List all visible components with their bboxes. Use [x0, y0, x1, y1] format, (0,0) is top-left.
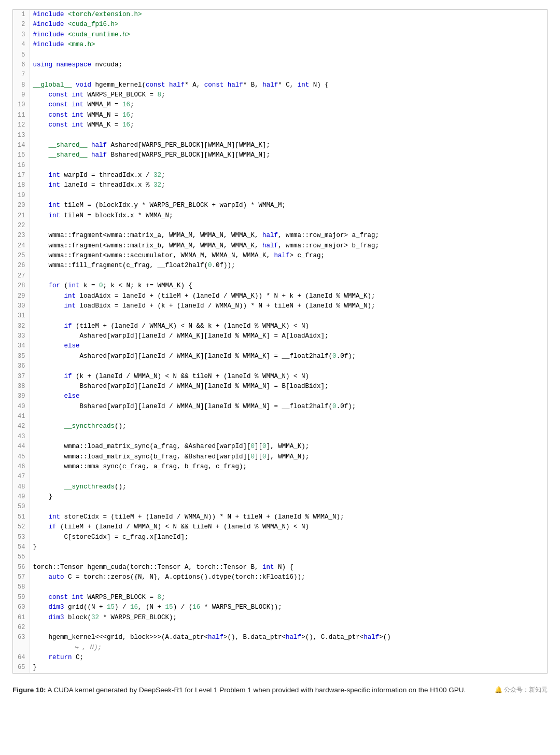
table-row: 35 Ashared[warpId][laneId / WMMA_K][lane… — [13, 352, 547, 361]
line-number: 46 — [13, 462, 30, 472]
table-row: 54} — [13, 542, 547, 552]
line-number: 24 — [13, 241, 30, 251]
line-code: __shared__ half Bshared[WARPS_PER_BLOCK]… — [30, 150, 547, 160]
table-row: 19 — [13, 191, 547, 201]
line-code: int tileN = blockIdx.x * WMMA_N; — [30, 211, 547, 221]
line-code — [30, 70, 547, 80]
line-number: 26 — [13, 261, 30, 271]
table-row: 36 — [13, 361, 547, 371]
table-row: 58 — [13, 582, 547, 592]
line-number: 59 — [13, 593, 30, 603]
caption-text: A CUDA kernel generated by DeepSeek-R1 f… — [48, 686, 466, 694]
line-number: 63 — [13, 633, 30, 642]
line-number: 7 — [13, 70, 30, 80]
line-number: 36 — [13, 361, 30, 371]
table-row: 17 int warpId = threadIdx.x / 32; — [13, 171, 547, 180]
table-row: 25 wmma::fragment<wmma::accumulator, WMM… — [13, 251, 547, 261]
line-number: 1 — [13, 10, 30, 20]
line-number: 43 — [13, 432, 30, 442]
table-row: 64 return C; — [13, 653, 547, 663]
line-number: 18 — [13, 180, 30, 190]
line-number: 49 — [13, 492, 30, 502]
line-code — [30, 131, 547, 141]
table-row: 41 — [13, 412, 547, 422]
table-row: 49 } — [13, 492, 547, 502]
table-row: 62 — [13, 623, 547, 633]
line-number: 3 — [13, 30, 30, 40]
line-code — [30, 623, 547, 633]
line-number: 64 — [13, 653, 30, 663]
line-code: Bshared[warpId][laneId / WMMA_N][laneId … — [30, 402, 547, 412]
line-code: wmma::load_matrix_sync(b_frag, &Bshared[… — [30, 452, 547, 462]
line-number: 56 — [13, 563, 30, 572]
table-row: 3#include <cuda_runtime.h> — [13, 30, 547, 40]
line-code: dim3 grid((N + 15) / 16, (N + 15) / (16 … — [30, 603, 547, 612]
line-code — [30, 50, 547, 60]
line-code: Bshared[warpId][laneId / WMMA_N][laneId … — [30, 382, 547, 392]
line-number — [13, 643, 30, 653]
line-code: int loadBidx = laneId + (k + (laneId / W… — [30, 301, 547, 311]
line-code — [30, 311, 547, 321]
line-code: #include <cuda_fp16.h> — [30, 20, 547, 30]
line-code — [30, 412, 547, 422]
line-number: 33 — [13, 331, 30, 341]
line-number: 35 — [13, 352, 30, 361]
line-number: 15 — [13, 150, 30, 160]
table-row: 28 for (int k = 0; k < N; k += WMMA_K) { — [13, 281, 547, 291]
line-code: if (tileM + (laneId / WMMA_K) < N && k +… — [30, 321, 547, 331]
table-row: 9 const int WARPS_PER_BLOCK = 8; — [13, 90, 547, 100]
line-number: 28 — [13, 281, 30, 291]
line-number: 45 — [13, 452, 30, 462]
line-number: 17 — [13, 171, 30, 180]
table-row: 48 __syncthreads(); — [13, 482, 547, 492]
table-row: 31 — [13, 311, 547, 321]
line-code: if (k + (laneId / WMMA_N) < N && tileN +… — [30, 372, 547, 382]
line-number: 25 — [13, 251, 30, 261]
table-row: 51 int storeCidx = (tileM + (laneId / WM… — [13, 512, 547, 522]
line-code — [30, 582, 547, 592]
line-code: const int WMMA_M = 16; — [30, 100, 547, 110]
table-row: 57 auto C = torch::zeros({N, N}, A.optio… — [13, 572, 547, 582]
line-code: #include <cuda_runtime.h> — [30, 30, 547, 40]
line-code: C[storeCidx] = c_frag.x[laneId]; — [30, 533, 547, 542]
line-code: wmma::load_matrix_sync(a_frag, &Ashared[… — [30, 442, 547, 452]
caption-figure-label: Figure 10: — [12, 686, 46, 694]
line-code: wmma::mma_sync(c_frag, a_frag, b_frag, c… — [30, 462, 547, 472]
line-number: 48 — [13, 482, 30, 492]
line-code: hgemm_kernel<<<grid, block>>>(A.data_ptr… — [30, 633, 547, 642]
line-number: 19 — [13, 191, 30, 201]
code-table: 1#include <torch/extension.h>2#include <… — [13, 10, 547, 673]
table-row: 20 int tileM = (blockIdx.y * WARPS_PER_B… — [13, 201, 547, 211]
table-row: 26 wmma::fill_fragment(c_frag, __float2h… — [13, 261, 547, 271]
table-row: 22 — [13, 221, 547, 231]
table-row: ↪ , N); — [13, 643, 547, 653]
table-row: 12 const int WMMA_K = 16; — [13, 120, 547, 130]
line-code: __syncthreads(); — [30, 482, 547, 492]
line-code: __shared__ half Ashared[WARPS_PER_BLOCK]… — [30, 141, 547, 150]
line-number: 20 — [13, 201, 30, 211]
line-code: return C; — [30, 653, 547, 663]
line-code: const int WARPS_PER_BLOCK = 8; — [30, 593, 547, 603]
table-row: 6using namespace nvcuda; — [13, 60, 547, 70]
code-block: 1#include <torch/extension.h>2#include <… — [12, 9, 548, 674]
page-container: 1#include <torch/extension.h>2#include <… — [0, 0, 560, 708]
table-row: 11 const int WMMA_N = 16; — [13, 110, 547, 120]
table-row: 4#include <mma.h> — [13, 40, 547, 50]
table-row: 39 else — [13, 392, 547, 401]
line-number: 62 — [13, 623, 30, 633]
line-code: if (tileM + (laneId / WMMA_N) < N && til… — [30, 522, 547, 532]
line-number: 50 — [13, 502, 30, 512]
line-number: 12 — [13, 120, 30, 130]
figure-caption: 🔔 公众号：新知元 Figure 10: A CUDA kernel gener… — [12, 683, 548, 695]
line-number: 39 — [13, 392, 30, 401]
table-row: 1#include <torch/extension.h> — [13, 10, 547, 20]
line-code: #include <mma.h> — [30, 40, 547, 50]
line-number: 65 — [13, 663, 30, 673]
line-code: int storeCidx = (tileM + (laneId / WMMA_… — [30, 512, 547, 522]
line-code — [30, 552, 547, 562]
line-number: 54 — [13, 542, 30, 552]
line-number: 40 — [13, 402, 30, 412]
line-number: 10 — [13, 100, 30, 110]
line-code: wmma::fragment<wmma::matrix_a, WMMA_M, W… — [30, 231, 547, 241]
line-code: else — [30, 341, 547, 351]
